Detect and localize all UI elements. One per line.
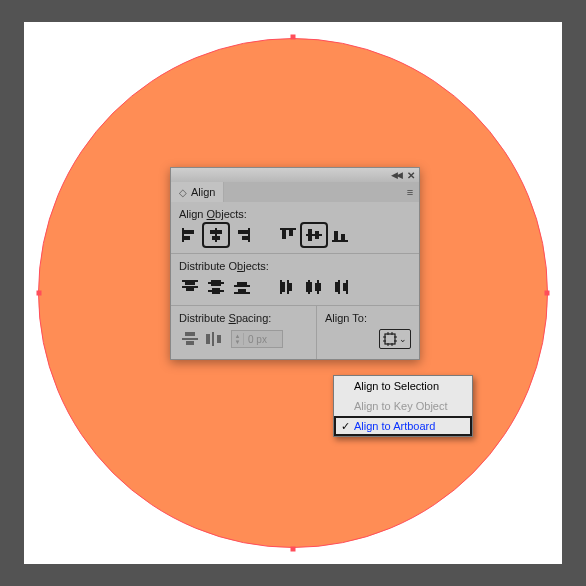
panel-lower: Distribute Spacing: ▲▼ 0 px Align To: [171, 305, 419, 359]
anchor-handle[interactable] [37, 291, 42, 296]
flyout-item-label: Align to Key Object [354, 400, 448, 412]
svg-rect-27 [234, 292, 250, 294]
svg-rect-43 [186, 341, 194, 345]
svg-rect-15 [332, 240, 348, 242]
svg-rect-38 [338, 280, 340, 294]
close-icon[interactable]: ✕ [407, 170, 415, 181]
svg-rect-28 [237, 282, 247, 285]
svg-rect-44 [182, 338, 198, 340]
section-distribute-objects: Distribute Objects: [171, 253, 419, 305]
svg-rect-13 [308, 229, 312, 241]
svg-rect-40 [335, 282, 338, 292]
align-vertical-center-button[interactable] [303, 225, 325, 245]
section-label: Align Objects: [179, 208, 411, 220]
svg-rect-47 [212, 332, 214, 346]
svg-rect-0 [182, 228, 184, 242]
flyout-item-label: Align to Artboard [354, 420, 435, 432]
svg-rect-2 [184, 236, 190, 240]
tab-align[interactable]: ◇ Align [171, 182, 224, 202]
flyout-item-label: Align to Selection [354, 380, 439, 392]
spacing-value: 0 px [244, 334, 282, 345]
distribute-right-button[interactable] [329, 277, 351, 297]
svg-rect-24 [211, 280, 221, 286]
check-icon: ✓ [338, 420, 352, 433]
panel-menu-icon[interactable]: ≡ [401, 186, 419, 198]
svg-rect-46 [217, 335, 221, 343]
svg-rect-1 [184, 230, 194, 234]
svg-rect-19 [182, 286, 198, 288]
svg-rect-32 [282, 282, 285, 292]
distribute-bottom-button[interactable] [231, 277, 253, 297]
distribute-top-button[interactable] [179, 277, 201, 297]
align-to-dropdown[interactable]: ⌄ [379, 329, 411, 349]
align-left-button[interactable] [179, 225, 201, 245]
anchor-point-icon: ◇ [179, 187, 187, 198]
svg-rect-9 [280, 228, 296, 230]
flyout-item[interactable]: ✓Align to Artboard [334, 416, 472, 436]
svg-rect-48 [385, 334, 395, 344]
align-bottom-button[interactable] [329, 225, 351, 245]
align-top-button[interactable] [277, 225, 299, 245]
flyout-item: Align to Key Object [334, 396, 472, 416]
panel-titlebar[interactable]: ◀◀ ✕ [171, 168, 419, 182]
collapse-icon[interactable]: ◀◀ [391, 170, 401, 180]
svg-rect-8 [242, 236, 248, 240]
spacing-stepper[interactable]: ▲▼ 0 px [231, 330, 283, 348]
anchor-handle[interactable] [291, 35, 296, 40]
section-label: Distribute Spacing: [179, 312, 308, 324]
align-right-button[interactable] [231, 225, 253, 245]
distribute-vertical-spacing-button[interactable] [179, 329, 201, 349]
svg-rect-18 [182, 280, 198, 282]
align-horizontal-center-button[interactable] [205, 225, 227, 245]
svg-rect-10 [282, 230, 286, 239]
distribute-horizontal-spacing-button[interactable] [203, 329, 225, 349]
svg-rect-17 [341, 234, 345, 240]
anchor-handle[interactable] [545, 291, 550, 296]
svg-rect-45 [206, 334, 210, 344]
svg-rect-7 [238, 230, 248, 234]
artboard-icon [383, 332, 397, 346]
svg-rect-4 [210, 230, 222, 234]
svg-rect-14 [315, 231, 319, 239]
anchor-handle[interactable] [291, 547, 296, 552]
svg-rect-29 [238, 289, 246, 292]
section-label: Distribute Objects: [179, 260, 411, 272]
tab-label: Align [191, 186, 215, 198]
svg-rect-37 [315, 283, 321, 291]
svg-rect-21 [186, 288, 194, 291]
svg-rect-42 [185, 332, 195, 336]
svg-rect-26 [234, 285, 250, 287]
svg-rect-30 [280, 280, 282, 294]
section-align-objects: Align Objects: [171, 202, 419, 253]
section-distribute-spacing: Distribute Spacing: ▲▼ 0 px [171, 306, 316, 359]
svg-rect-41 [343, 283, 346, 291]
svg-rect-36 [306, 282, 312, 292]
distribute-vcenter-button[interactable] [205, 277, 227, 297]
distribute-hcenter-button[interactable] [303, 277, 325, 297]
section-align-to: Align To: ⌄ [316, 306, 419, 359]
svg-rect-6 [248, 228, 250, 242]
svg-rect-31 [287, 280, 289, 294]
svg-rect-20 [185, 282, 195, 285]
panel-tabs: ◇ Align ≡ [171, 182, 419, 202]
chevron-down-icon: ⌄ [399, 334, 407, 344]
svg-rect-11 [289, 230, 293, 236]
flyout-item[interactable]: Align to Selection [334, 376, 472, 396]
svg-rect-39 [346, 280, 348, 294]
distribute-left-button[interactable] [277, 277, 299, 297]
svg-rect-16 [334, 231, 338, 240]
align-to-flyout: Align to SelectionAlign to Key Object✓Al… [333, 375, 473, 437]
align-panel: ◀◀ ✕ ◇ Align ≡ Align Objects: [170, 167, 420, 360]
svg-rect-33 [289, 283, 292, 291]
svg-rect-5 [212, 236, 220, 240]
svg-rect-25 [212, 288, 220, 294]
section-label: Align To: [325, 312, 411, 324]
